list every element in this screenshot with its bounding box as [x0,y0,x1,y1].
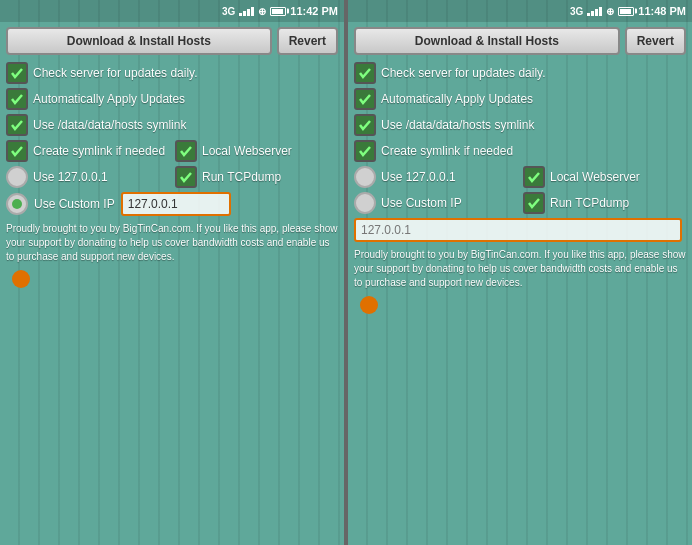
right-check-updates-daily: Check server for updates daily. [354,62,686,84]
left-check-updates-daily-label: Check server for updates daily. [33,66,198,80]
left-tcpdump-icon[interactable] [175,166,197,188]
right-check-updates-daily-icon[interactable] [354,62,376,84]
right-check-updates-daily-label: Check server for updates daily. [381,66,546,80]
right-battery-icon [618,7,634,16]
left-toolbar: Download & Install Hosts Revert [6,27,338,55]
left-battery-icon [270,7,286,16]
right-custom-ip-row: Use Custom IP [354,192,517,214]
left-create-symlink-icon[interactable] [6,140,28,162]
right-signal-3g: 3G [570,6,583,17]
left-custom-ip-radio[interactable] [6,193,28,215]
left-phone-panel: 3G ⊕ 11:42 PM Download & Install Hosts R… [0,0,344,545]
right-content: Download & Install Hosts Revert Check se… [348,22,692,545]
left-local-webserver-row: Local Webserver [175,140,338,162]
right-tcpdump-icon[interactable] [523,192,545,214]
right-network-icon: ⊕ [606,6,614,17]
left-hosts-symlink: Use /data/data/hosts symlink [6,114,338,136]
right-download-button[interactable]: Download & Install Hosts [354,27,620,55]
left-create-symlink-row: Create symlink if needed [6,140,169,162]
right-time: 11:48 PM [638,5,686,17]
left-auto-apply-label: Automatically Apply Updates [33,92,185,106]
left-check-updates-daily-icon[interactable] [6,62,28,84]
left-custom-ip-row: Use Custom IP [6,192,338,216]
right-hosts-symlink-icon[interactable] [354,114,376,136]
right-create-symlink-label: Create symlink if needed [381,144,513,158]
right-hosts-symlink: Use /data/data/hosts symlink [354,114,686,136]
right-orange-circle [360,296,378,314]
right-phone-panel: 3G ⊕ 11:48 PM Download & Install Hosts R… [348,0,692,545]
right-ip-field-row [354,218,686,242]
right-local-webserver-label: Local Webserver [550,170,640,184]
right-create-symlink-icon[interactable] [354,140,376,162]
right-create-symlink: Create symlink if needed [354,140,686,162]
left-auto-apply-updates: Automatically Apply Updates [6,88,338,110]
right-use-127-radio[interactable] [354,166,376,188]
left-hosts-symlink-label: Use /data/data/hosts symlink [33,118,186,132]
right-local-webserver-row: Local Webserver [523,166,686,188]
right-revert-button[interactable]: Revert [625,27,686,55]
left-download-button[interactable]: Download & Install Hosts [6,27,272,55]
left-use-127-radio[interactable] [6,166,28,188]
right-tcpdump-row: Run TCPdump [523,192,686,214]
left-footer: Proudly brought to you by BigTinCan.com.… [6,222,338,264]
left-tcpdump-row: Run TCPdump [175,166,338,188]
right-hosts-symlink-label: Use /data/data/hosts symlink [381,118,534,132]
left-time: 11:42 PM [290,5,338,17]
right-tcpdump-label: Run TCPdump [550,196,629,210]
right-custom-ip-label: Use Custom IP [381,196,462,210]
right-ip-input[interactable] [354,218,682,242]
right-local-webserver-icon[interactable] [523,166,545,188]
left-use-127-label: Use 127.0.0.1 [33,170,108,184]
left-use-127-row: Use 127.0.0.1 [6,166,169,188]
right-auto-apply-updates: Automatically Apply Updates [354,88,686,110]
left-check-updates-daily: Check server for updates daily. [6,62,338,84]
left-auto-apply-icon[interactable] [6,88,28,110]
left-tcpdump-label: Run TCPdump [202,170,281,184]
left-content: Download & Install Hosts Revert Check se… [0,22,344,545]
left-revert-button[interactable]: Revert [277,27,338,55]
right-status-bar: 3G ⊕ 11:48 PM [348,0,692,22]
left-signal-bars-icon [239,7,254,16]
right-custom-ip-radio[interactable] [354,192,376,214]
left-ip-input[interactable] [121,192,231,216]
left-signal-3g: 3G [222,6,235,17]
left-network-icon: ⊕ [258,6,266,17]
left-custom-ip-label: Use Custom IP [34,197,115,211]
right-signal-bars-icon [587,7,602,16]
right-toolbar: Download & Install Hosts Revert [354,27,686,55]
left-local-webserver-label: Local Webserver [202,144,292,158]
left-local-webserver-icon[interactable] [175,140,197,162]
left-hosts-symlink-icon[interactable] [6,114,28,136]
left-orange-circle [12,270,30,288]
right-use-127-row: Use 127.0.0.1 [354,166,517,188]
right-auto-apply-label: Automatically Apply Updates [381,92,533,106]
right-use-127-label: Use 127.0.0.1 [381,170,456,184]
left-status-bar: 3G ⊕ 11:42 PM [0,0,344,22]
left-create-symlink-label: Create symlink if needed [33,144,165,158]
right-auto-apply-icon[interactable] [354,88,376,110]
right-footer: Proudly brought to you by BigTinCan.com.… [354,248,686,290]
